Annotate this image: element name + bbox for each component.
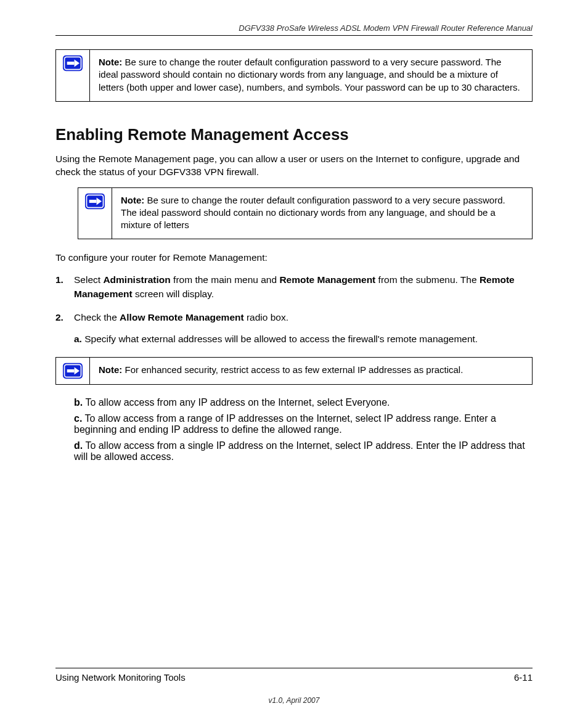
arrow-right-icon bbox=[62, 55, 83, 72]
note-icon-cell bbox=[56, 358, 90, 384]
substep-text: Specify what external addresses will be … bbox=[82, 334, 478, 344]
note-text-1: Note: Be sure to change the router defau… bbox=[90, 50, 532, 101]
substep-c: c. To allow access from a range of IP ad… bbox=[74, 413, 533, 435]
substep-text: To allow access from a range of IP addre… bbox=[74, 413, 496, 435]
ui-label: Allow Remote Management bbox=[120, 312, 244, 322]
step-2: 2. Check the Allow Remote Management rad… bbox=[55, 311, 533, 347]
substep-letter: d. bbox=[74, 440, 83, 451]
text: Select bbox=[74, 274, 103, 285]
ordered-steps: 1. Select Administration from the main m… bbox=[55, 273, 533, 347]
step-1: 1. Select Administration from the main m… bbox=[55, 273, 533, 301]
page-number: 6-11 bbox=[514, 672, 533, 683]
note-box-2: Note: Be sure to change the router defau… bbox=[78, 187, 533, 240]
substep-a: a. Specify what external addresses will … bbox=[74, 332, 533, 346]
svg-rect-10 bbox=[67, 369, 75, 372]
arrow-right-icon bbox=[62, 363, 83, 379]
substep-d: d. To allow access from a single IP addr… bbox=[74, 440, 533, 462]
note-text-2: Note: Be sure to change the router defau… bbox=[112, 188, 532, 239]
text: Check the bbox=[74, 312, 120, 322]
substeps: b. To allow access from any IP address o… bbox=[74, 397, 533, 462]
substep-letter: c. bbox=[74, 413, 82, 424]
ui-label: Administration bbox=[103, 274, 170, 285]
arrow-right-icon bbox=[84, 193, 105, 210]
note-body: Be sure to change the router default con… bbox=[121, 195, 505, 231]
substep-text: To allow access from any IP address on t… bbox=[83, 397, 390, 408]
substep-letter: a. bbox=[74, 334, 82, 344]
note-icon-cell bbox=[78, 188, 112, 239]
page-footer: Using Network Monitoring Tools 6-11 v1.0… bbox=[55, 668, 533, 683]
footer-meta: v1.0, April 2007 bbox=[55, 696, 533, 705]
note-label: Note: bbox=[121, 195, 144, 205]
footer-left: Using Network Monitoring Tools bbox=[55, 672, 186, 683]
note-box-1: Note: Be sure to change the router defau… bbox=[55, 49, 533, 102]
step-number: 1. bbox=[55, 273, 74, 301]
note-label: Note: bbox=[99, 364, 122, 375]
svg-rect-6 bbox=[89, 200, 97, 203]
note-icon-cell bbox=[56, 50, 90, 101]
svg-rect-2 bbox=[67, 62, 75, 65]
step-body: Check the Allow Remote Management radio … bbox=[74, 311, 533, 347]
substep-letter: b. bbox=[74, 397, 83, 408]
note-text-3: Note: For enhanced security, restrict ac… bbox=[90, 358, 532, 384]
intro-paragraph: Using the Remote Management page, you ca… bbox=[55, 153, 533, 179]
text: from the main menu and bbox=[171, 274, 280, 285]
text: from the submenu. The bbox=[375, 274, 480, 285]
note-label: Note: bbox=[99, 57, 122, 67]
page: DGFV338 ProSafe Wireless ADSL Modem VPN … bbox=[0, 0, 588, 706]
step-number: 2. bbox=[55, 311, 74, 347]
step-body: Select Administration from the main menu… bbox=[74, 273, 533, 301]
substep-text: To allow access from a single IP address… bbox=[74, 440, 525, 462]
text: radio box. bbox=[244, 312, 288, 322]
running-header: DGFV338 ProSafe Wireless ADSL Modem VPN … bbox=[55, 23, 533, 35]
note-body: For enhanced security, restrict access t… bbox=[122, 364, 463, 375]
ui-label: Remote Management bbox=[279, 274, 375, 285]
note-box-3: Note: For enhanced security, restrict ac… bbox=[55, 357, 533, 385]
steps-intro: To configure your router for Remote Mana… bbox=[55, 252, 533, 265]
header-rule bbox=[55, 35, 533, 36]
substep-b: b. To allow access from any IP address o… bbox=[74, 397, 533, 408]
note-body: Be sure to change the router default con… bbox=[99, 57, 520, 92]
section-heading: Enabling Remote Management Access bbox=[55, 125, 533, 144]
footer-rule bbox=[55, 668, 533, 668]
text: screen will display. bbox=[133, 289, 214, 299]
